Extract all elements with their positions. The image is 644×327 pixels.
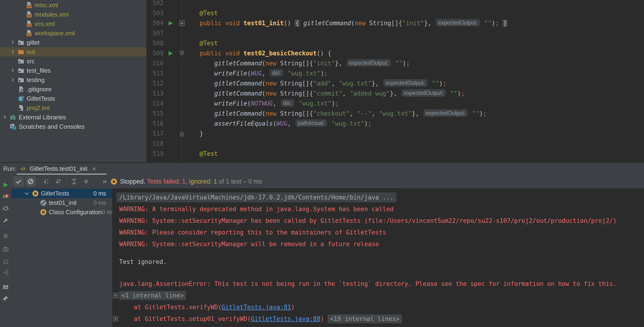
console-line: /Library/Java/JavaVirtualMachines/jdk-17… <box>112 192 644 203</box>
test-result-class-configuration[interactable]: Class Configuration0 ms <box>12 207 112 217</box>
tree-item-label: test_files <box>27 67 51 74</box>
test-settings-button[interactable] <box>2 217 9 224</box>
chevron-down-icon <box>32 200 40 206</box>
folder-icon <box>18 58 24 65</box>
tree-item-test-files[interactable]: test_files <box>0 66 146 75</box>
tree-item-misc-xml[interactable]: misc.xml <box>0 0 146 10</box>
collapse-all-icon <box>83 178 90 185</box>
test-error-icon <box>40 209 47 216</box>
attach-console-button[interactable] <box>2 269 9 276</box>
console-text: Test ignored. <box>119 258 167 265</box>
code-text[interactable]: public void test01_init() { gitletComman… <box>200 18 508 28</box>
console-line: Test ignored. <box>112 256 644 268</box>
code-text[interactable]: @Test <box>200 8 218 18</box>
line-number: 519 <box>147 149 164 159</box>
tree-item-src[interactable]: src <box>0 56 146 66</box>
chevron-right-icon[interactable] <box>10 77 18 83</box>
tree-item-gitignore[interactable]: .gitignore <box>0 84 146 94</box>
collapse-all-button[interactable] <box>81 176 92 187</box>
fold-close-icon[interactable] <box>179 131 185 137</box>
code-text[interactable]: gitletCommand(new String[]{"init"}, expe… <box>214 58 410 68</box>
fold-plus-icon[interactable] <box>113 316 118 322</box>
line-number: 515 <box>147 109 164 119</box>
show-passed-toggle[interactable] <box>13 176 24 187</box>
close-icon[interactable] <box>92 166 97 171</box>
tree-item-out[interactable]: out <box>0 47 146 56</box>
code-text[interactable]: gitletCommand(new String[]{"add", "wug.t… <box>214 78 446 88</box>
scratches-icon <box>10 123 16 130</box>
stack-trace-link[interactable]: GitletTests.java:88 <box>251 315 320 322</box>
tree-item-scratches-and-consoles[interactable]: Scratches and Consoles <box>0 122 146 131</box>
code-text[interactable]: public void test02_basicCheckout() { <box>200 48 331 58</box>
stack-trace-link[interactable]: GitletTests.java:81 <box>222 304 291 311</box>
pin-tab-button[interactable] <box>2 295 9 302</box>
run-icon[interactable] <box>167 20 174 26</box>
run-icon[interactable] <box>167 50 174 56</box>
ignored-file-icon <box>18 86 24 93</box>
line-number: 504 <box>147 18 164 28</box>
restore-layout-button[interactable] <box>2 284 9 290</box>
tree-item-workspace-xml[interactable]: workspace.xml <box>0 28 146 38</box>
test-result-test01-init[interactable]: test01_init0 ms <box>12 198 112 207</box>
sort-alphabetically-button[interactable]: az <box>41 176 52 187</box>
tree-item-gitlet[interactable]: gitlet <box>0 38 146 47</box>
svg-text:z: z <box>47 181 48 185</box>
fold-open-icon[interactable] <box>179 50 185 56</box>
expand-all-button[interactable] <box>69 176 80 187</box>
mute-breakpoints-button[interactable] <box>2 259 9 265</box>
line-number: 510 <box>147 58 164 68</box>
rerun-button[interactable] <box>2 182 9 188</box>
run-panel-side-toolbar <box>0 175 11 327</box>
code-line-516: 516assertFileEquals(WUG, pathActual: "wu… <box>147 119 644 129</box>
tree-item-modules-xml[interactable]: modules.xml <box>0 10 146 19</box>
tree-item-vcs-xml[interactable]: vcs.xml <box>0 19 146 28</box>
fold-plus-icon[interactable] <box>113 293 118 298</box>
code-text[interactable]: writeFile(NOTWUG, dst: "wug.txt"); <box>214 99 339 109</box>
tree-item-label: src <box>27 58 35 65</box>
chevron-right-icon[interactable] <box>10 39 18 45</box>
tree-item-external-libraries[interactable]: External Libraries <box>0 113 146 122</box>
svg-text:a: a <box>47 178 48 181</box>
show-ignored-toggle[interactable] <box>25 176 36 187</box>
chevron-right-icon[interactable] <box>10 49 18 55</box>
chevron-down-icon <box>32 209 40 215</box>
chevron-right-icon <box>10 58 18 64</box>
line-number: 511 <box>147 68 164 78</box>
run-tab[interactable]: GitletTests.test01_init <box>20 163 97 175</box>
line-number: 503 <box>147 8 164 18</box>
code-text[interactable]: assertFileEquals(WUG, pathActual: "wug.t… <box>214 119 372 129</box>
chevron-right-icon[interactable] <box>2 114 10 120</box>
parameter-hint: pathActual: <box>295 119 327 127</box>
stop-button[interactable] <box>2 233 9 239</box>
fold-plus-icon[interactable] <box>179 20 185 26</box>
thread-dump-button[interactable] <box>2 246 9 253</box>
code-text[interactable]: @Test <box>200 149 218 159</box>
tree-item-proj2-iml[interactable]: proj2.iml <box>0 103 146 113</box>
code-text[interactable]: gitletCommand(new String[]{"commit", "ad… <box>214 88 464 99</box>
check-icon <box>15 178 22 185</box>
line-number: 509 <box>147 48 164 58</box>
chevron-down-icon[interactable] <box>24 190 32 196</box>
folded-lines-chip[interactable]: <19 internal lines> <box>328 315 402 323</box>
tree-item-testing[interactable]: testing <box>0 75 146 84</box>
code-text[interactable]: } <box>200 129 203 139</box>
code-text[interactable]: @Test <box>200 38 218 48</box>
tree-item-gitlettests[interactable]: CGitletTests <box>0 94 146 103</box>
toolbar-divider <box>2 278 10 278</box>
code-text[interactable]: gitletCommand(new String[]{"checkout", "… <box>214 109 486 119</box>
parameter-hint: expectedOutput: <box>347 59 391 66</box>
status-text: Stopped. Tests failed: 1, ignored: 1 of … <box>120 178 262 185</box>
rerun-failed-tests-button[interactable] <box>2 193 9 200</box>
code-text[interactable]: writeFile(WUG, dst: "wug.txt"); <box>214 68 328 78</box>
editor-panel[interactable]: 502503@Test504public void test01_init() … <box>147 0 644 162</box>
folder-icon <box>18 76 24 83</box>
sort-by-duration-button[interactable] <box>53 176 64 187</box>
chevron-right-icon[interactable] <box>10 67 18 74</box>
toggle-auto-test-button[interactable] <box>2 205 9 212</box>
project-tree-panel: misc.xmlmodules.xmlvcs.xmlworkspace.xmlg… <box>0 0 147 162</box>
toolbar-overflow-chevrons[interactable]: » <box>102 177 107 185</box>
code-line-517: 517} <box>147 129 644 139</box>
folded-lines-chip[interactable]: <1 internal line> <box>119 291 186 300</box>
chevron-right-icon <box>10 86 18 92</box>
test-result-gitlettests[interactable]: GitletTests0 ms <box>12 189 112 198</box>
